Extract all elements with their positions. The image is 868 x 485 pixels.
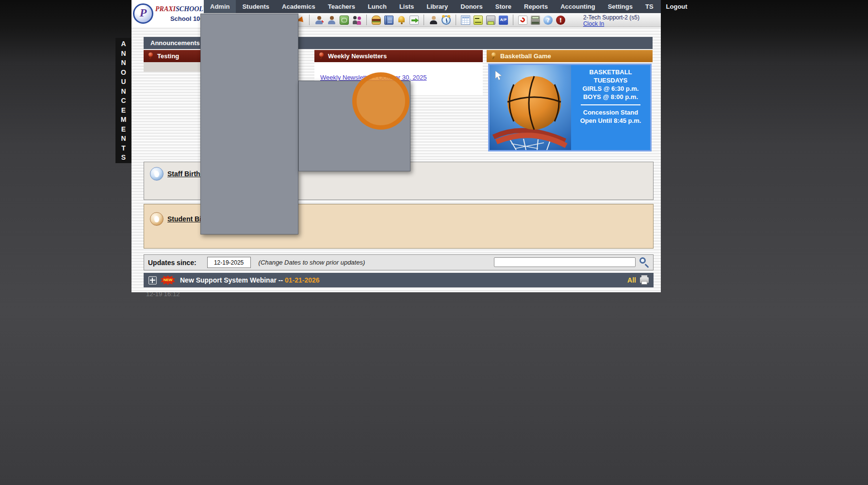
toolbar-icons	[295, 15, 565, 25]
alert-icon[interactable]	[556, 16, 565, 25]
banner-letter: N	[121, 59, 126, 66]
main-navbar: AdminStudentsAcademicsTeachersLunchLists…	[204, 0, 661, 13]
basketball-image	[490, 65, 571, 150]
praxischool-desktop: ANNOUNCEMENTS PRAXISCHOOL™ School 1001 A…	[0, 0, 868, 485]
print-icon[interactable]	[640, 277, 649, 283]
basketball-info-panel: BASKETBALLTUESDAYSGIRLS @ 6:30 p.m.BOYS …	[571, 65, 650, 150]
add-staff-icon[interactable]	[314, 16, 324, 25]
alarm-clock-icon[interactable]	[442, 16, 451, 25]
praxischool-logo-icon	[133, 3, 153, 24]
nav-item[interactable]: TS	[639, 0, 660, 13]
toolbar-divider	[513, 15, 513, 25]
updates-bar: Updates since: (Change Dates to show pri…	[144, 254, 654, 270]
export-icon[interactable]	[409, 16, 419, 25]
newsletters-panel-header: Weekly Newsletters	[314, 50, 483, 62]
bell-icon[interactable]	[397, 16, 406, 25]
banner-letter: A	[121, 40, 126, 47]
banner-letter: O	[121, 69, 126, 76]
banner-letter: N	[121, 135, 126, 142]
nav-item[interactable]: Library	[420, 0, 454, 13]
banner-letter: E	[121, 107, 126, 114]
faint-timestamp: 12-19 16:12	[146, 290, 180, 298]
nav-item[interactable]: Logout	[660, 0, 694, 13]
basketball-panel-header: Basketball Game	[487, 50, 653, 62]
admin-dropdown-menu	[200, 14, 298, 234]
toolbar-divider	[456, 15, 456, 25]
help-icon[interactable]	[543, 16, 553, 25]
updates-note: (Change Dates to show prior updates)	[259, 259, 365, 266]
table-icon[interactable]	[461, 16, 470, 25]
banner-letter: E	[121, 126, 126, 133]
basketball-schedule-line: GIRLS @ 6:30 p.m.	[571, 84, 650, 93]
banner-letter: S	[121, 154, 126, 161]
staff-birthday-icon	[150, 167, 164, 181]
basketball-concession-line: Concession Stand	[571, 108, 650, 117]
search-input[interactable]	[494, 257, 636, 267]
notebook-icon[interactable]	[384, 16, 393, 25]
updates-since-label: Updates since:	[148, 259, 197, 267]
user-block: 2-Tech Support-2 (s5) Clock In	[583, 15, 639, 27]
click-highlight-circle	[352, 72, 409, 130]
visitor-icon[interactable]	[429, 16, 438, 25]
nav-item[interactable]: Lists	[393, 0, 420, 13]
nav-item[interactable]: Students	[236, 0, 276, 13]
basketball-schedule-line: TUESDAYS	[571, 76, 650, 84]
new-badge: NEW	[161, 275, 175, 285]
ap-badge-icon[interactable]	[499, 16, 508, 25]
clock-in-link[interactable]: Clock In	[583, 21, 639, 27]
pushpin-icon	[318, 52, 325, 60]
staff-icon[interactable]	[327, 16, 336, 25]
nav-item[interactable]: Settings	[602, 0, 639, 13]
nav-item[interactable]: Admin	[204, 0, 236, 13]
brand-wordmark: PRAXISCHOOL™	[155, 5, 207, 13]
nav-item[interactable]: Accounting	[554, 0, 602, 13]
basketball-schedule-line: BASKETBALL	[571, 68, 650, 76]
nav-item[interactable]: Teachers	[322, 0, 361, 13]
check-icon[interactable]	[474, 16, 483, 25]
vertical-announcements-banner: ANNOUNCEMENTS	[115, 38, 131, 163]
print-check-icon[interactable]	[486, 16, 495, 25]
cash-register-icon[interactable]	[531, 16, 540, 25]
nav-item[interactable]: Donors	[454, 0, 489, 13]
updates-date-input[interactable]	[207, 257, 251, 268]
family-icon[interactable]	[352, 16, 361, 25]
all-link[interactable]: All	[627, 276, 636, 284]
money-icon[interactable]	[340, 16, 349, 25]
lunch-icon[interactable]	[372, 16, 381, 25]
pdf-icon[interactable]	[518, 16, 527, 25]
nav-item[interactable]: Reports	[518, 0, 554, 13]
divider	[581, 104, 640, 105]
banner-letter: U	[121, 78, 126, 85]
webinar-date: 01-21-2026	[285, 276, 320, 284]
expand-icon[interactable]	[148, 276, 157, 284]
pushpin-icon	[147, 52, 154, 60]
student-birthday-icon	[150, 212, 164, 226]
nav-item[interactable]: Academics	[276, 0, 322, 13]
basketball-announcement: BASKETBALLTUESDAYSGIRLS @ 6:30 p.m.BOYS …	[488, 64, 652, 151]
pushpin-icon	[491, 52, 497, 60]
webinar-row: NEW New Support System Webinar -- 01-21-…	[144, 273, 654, 287]
basketball-schedule-line: BOYS @ 8:00 p.m.	[571, 93, 650, 101]
nav-item[interactable]: Store	[489, 0, 518, 13]
page-content: PRAXISCHOOL™ School 1001 AdminStudentsAc…	[131, 0, 661, 292]
basketball-concession-line: Open Until 8:45 p.m.	[571, 117, 650, 125]
banner-letter: T	[121, 145, 126, 151]
nav-item[interactable]: Lunch	[361, 0, 393, 13]
toolbar-divider	[309, 15, 310, 25]
toolbar-divider	[424, 15, 424, 25]
toolbar-divider	[366, 15, 367, 25]
banner-letter: N	[121, 50, 126, 57]
webinar-title: New Support System Webinar --	[180, 276, 285, 284]
logo-box: PRAXISCHOOL™ School 1001	[131, 0, 204, 27]
search-icon[interactable]	[638, 256, 651, 269]
banner-letter: N	[121, 88, 126, 95]
banner-letter: M	[121, 116, 127, 123]
banner-letter: C	[121, 97, 126, 104]
